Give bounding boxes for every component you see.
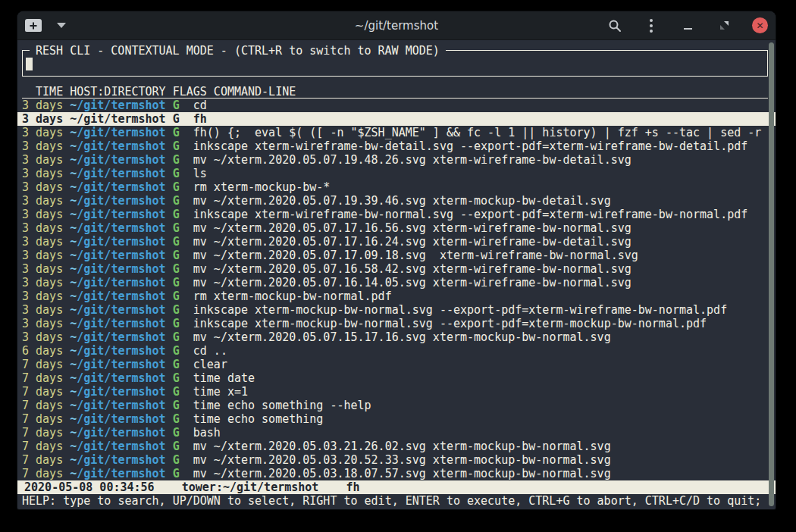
row-host-directory: /git/termshot <box>77 167 165 180</box>
row-host-directory: /git/termshot <box>77 317 165 330</box>
row-command: rm xterm-mockup-bw-* <box>193 180 331 194</box>
row-host-tilde: ~ <box>70 139 77 153</box>
row-host-tilde: ~ <box>70 440 77 453</box>
row-flags: G <box>173 426 180 440</box>
row-command: time echo something --help <box>193 399 371 412</box>
row-command: mv ~/xterm.2020.05.07.17.09.18.svg xterm… <box>193 249 638 262</box>
history-row[interactable]: 3 days ~/git/termshot G mv ~/xterm.2020.… <box>17 276 776 289</box>
row-flags: G <box>173 358 180 371</box>
history-row[interactable]: 7 days ~/git/termshot G mv ~/xterm.2020.… <box>17 467 776 480</box>
text-cursor <box>26 58 33 70</box>
row-flags: G <box>173 99 180 112</box>
row-flags: G <box>173 371 180 385</box>
history-row[interactable]: 7 days ~/git/termshot G time echo someth… <box>17 399 776 412</box>
row-flags: G <box>173 453 180 467</box>
row-host-directory: /git/termshot <box>77 453 165 467</box>
history-row[interactable]: 3 days ~/git/termshot G mv ~/xterm.2020.… <box>17 221 776 235</box>
history-row[interactable]: 7 days ~/git/termshot G mv ~/xterm.2020.… <box>17 453 776 467</box>
search-icon[interactable] <box>606 17 623 34</box>
history-row[interactable]: 7 days ~/git/termshot G time date <box>17 371 776 385</box>
history-row[interactable]: 6 days ~/git/termshot G cd .. <box>17 344 776 358</box>
history-row[interactable]: 7 days ~/git/termshot G clear <box>17 358 776 371</box>
search-input[interactable]: RESH CLI - CONTEXTUAL MODE - (CTRL+R to … <box>22 50 768 77</box>
row-host-tilde: ~ <box>70 371 77 385</box>
row-command: mv ~/xterm.2020.05.07.16.14.05.svg xterm… <box>193 276 631 289</box>
row-host-tilde: ~ <box>70 221 77 235</box>
search-box-label: RESH CLI - CONTEXTUAL MODE - (CTRL+R to … <box>30 44 446 58</box>
row-command: inkscape xterm-mockup-bw-normal.svg --ex… <box>193 303 727 317</box>
row-command: bash <box>193 426 221 440</box>
history-row[interactable]: 3 days ~/git/termshot G inkscape xterm-m… <box>17 303 776 317</box>
history-row[interactable]: 3 days ~/git/termshot G inkscape xterm-w… <box>17 208 776 221</box>
scrollbar-thumb[interactable] <box>769 42 774 506</box>
row-host-directory: /git/termshot <box>77 112 165 126</box>
row-flags: G <box>173 153 180 167</box>
history-row[interactable]: 3 days ~/git/termshot G mv ~/xterm.2020.… <box>17 262 776 276</box>
history-row[interactable]: 3 days ~/git/termshot G cd <box>17 99 776 112</box>
row-host-directory: /git/termshot <box>77 99 165 112</box>
row-flags: G <box>173 303 180 317</box>
row-time: 3 days <box>22 112 63 126</box>
history-row[interactable]: 3 days ~/git/termshot G mv ~/xterm.2020.… <box>17 330 776 344</box>
row-time: 7 days <box>22 453 63 467</box>
row-command: time x=1 <box>193 385 248 399</box>
row-time: 7 days <box>22 371 63 385</box>
row-host-tilde: ~ <box>70 194 77 208</box>
row-command: clear <box>193 358 227 371</box>
row-host-tilde: ~ <box>70 358 77 371</box>
row-time: 3 days <box>22 289 63 303</box>
row-host-tilde: ~ <box>70 180 77 194</box>
row-command: ls <box>193 167 207 180</box>
row-command: inkscape xterm-wireframe-bw-normal.svg -… <box>193 208 748 221</box>
row-host-tilde: ~ <box>70 235 77 249</box>
history-row[interactable]: 3 days ~/git/termshot G rm xterm-mockup-… <box>17 180 776 194</box>
row-host-directory: /git/termshot <box>77 371 165 385</box>
chevron-down-icon[interactable] <box>57 23 66 28</box>
restore-icon[interactable] <box>716 17 732 34</box>
row-command: mv ~/xterm.2020.05.07.19.39.46.svg xterm… <box>193 194 611 208</box>
history-row[interactable]: 3 days ~/git/termshot G fh <box>17 112 776 126</box>
row-host-tilde: ~ <box>70 453 77 467</box>
history-row[interactable]: 7 days ~/git/termshot G bash <box>17 426 776 440</box>
history-row[interactable]: 7 days ~/git/termshot G time x=1 <box>17 385 776 399</box>
row-time: 7 days <box>22 467 63 480</box>
row-time: 3 days <box>22 330 63 344</box>
row-time: 3 days <box>22 139 63 153</box>
row-host-directory: /git/termshot <box>77 194 165 208</box>
row-flags: G <box>173 208 180 221</box>
row-command: fh() {; eval $( ([ -n "$ZSH_NAME" ] && f… <box>193 126 762 139</box>
history-row[interactable]: 3 days ~/git/termshot G ls <box>17 167 776 180</box>
history-row[interactable]: 3 days ~/git/termshot G mv ~/xterm.2020.… <box>17 194 776 208</box>
row-time: 3 days <box>22 262 63 276</box>
row-command: mv ~/xterm.2020.05.07.19.48.26.svg xterm… <box>193 153 631 167</box>
row-flags: G <box>173 249 180 262</box>
row-host-tilde: ~ <box>70 426 77 440</box>
row-flags: G <box>173 126 180 139</box>
row-time: 7 days <box>22 440 63 453</box>
history-row[interactable]: 3 days ~/git/termshot G inkscape xterm-w… <box>17 139 776 153</box>
history-row[interactable]: 3 days ~/git/termshot G mv ~/xterm.2020.… <box>17 249 776 262</box>
row-time: 3 days <box>22 276 63 289</box>
row-command: mv ~/xterm.2020.05.07.17.16.24.svg xterm… <box>193 235 631 249</box>
history-row[interactable]: 3 days ~/git/termshot G mv ~/xterm.2020.… <box>17 235 776 249</box>
minimize-icon[interactable] <box>679 17 696 34</box>
kebab-menu-icon[interactable] <box>643 17 660 34</box>
row-host-tilde: ~ <box>70 330 77 344</box>
history-row[interactable]: 7 days ~/git/termshot G mv ~/xterm.2020.… <box>17 440 776 453</box>
row-host-tilde: ~ <box>70 208 77 221</box>
row-host-directory: /git/termshot <box>77 303 165 317</box>
history-row[interactable]: 3 days ~/git/termshot G inkscape xterm-m… <box>17 317 776 330</box>
row-time: 6 days <box>22 344 63 358</box>
history-row[interactable]: 3 days ~/git/termshot G rm xterm-mockup-… <box>17 289 776 303</box>
new-tab-icon[interactable] <box>25 19 42 32</box>
history-row[interactable]: 3 days ~/git/termshot G fh() {; eval $( … <box>17 126 776 139</box>
row-flags: G <box>173 385 180 399</box>
row-flags: G <box>173 330 180 344</box>
terminal-screen: RESH CLI - CONTEXTUAL MODE - (CTRL+R to … <box>17 40 776 509</box>
history-row[interactable]: 7 days ~/git/termshot G time echo someth… <box>17 412 776 426</box>
row-host-directory: /git/termshot <box>77 208 165 221</box>
row-time: 3 days <box>22 303 63 317</box>
row-flags: G <box>173 467 180 480</box>
history-row[interactable]: 3 days ~/git/termshot G mv ~/xterm.2020.… <box>17 153 776 167</box>
close-icon[interactable]: ✕ <box>752 17 768 33</box>
